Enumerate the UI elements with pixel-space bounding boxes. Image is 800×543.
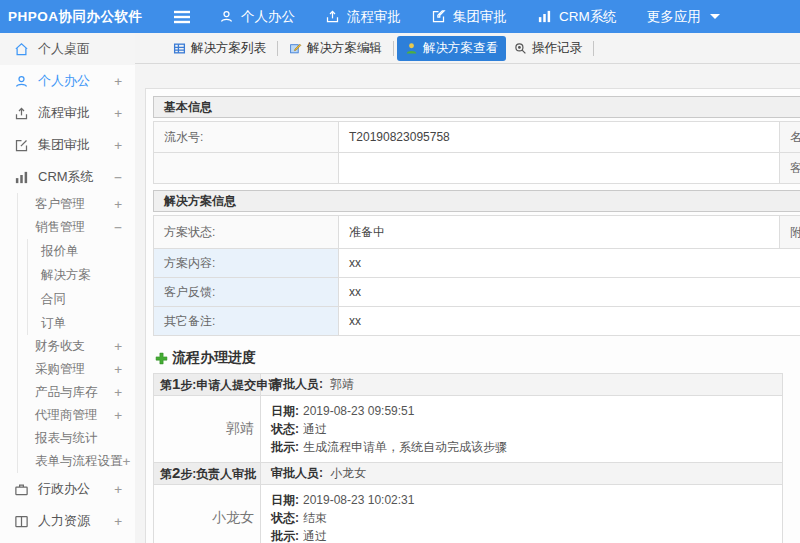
topnav-more-apps[interactable]: 更多应用: [647, 8, 720, 26]
step-date-line: 日期:2019-08-23 09:59:51: [271, 402, 772, 420]
approver-label: 审批人员:: [271, 466, 323, 480]
sidebar-item-admin-office[interactable]: 行政办公 +: [0, 473, 135, 505]
expand-icon[interactable]: +: [114, 339, 122, 354]
expand-icon[interactable]: +: [114, 74, 122, 89]
tab-label: 解决方案列表: [191, 40, 266, 57]
sidebar-item-contract[interactable]: 合同: [28, 287, 135, 311]
sidebar-item-group-approval[interactable]: 集团审批 +: [0, 129, 135, 161]
step-approver: 审批人员: 小龙女: [261, 463, 783, 485]
field-label: 客户: [780, 153, 800, 184]
sidebar-item-quotation[interactable]: 报价单: [28, 239, 135, 263]
sidebar-item-solution[interactable]: 解决方案: [28, 263, 135, 287]
sidebar-item-order[interactable]: 订单: [28, 311, 135, 335]
progress-section-title: 流程办理进度: [155, 349, 800, 367]
briefcase-icon: [14, 482, 29, 497]
sidebar-item-label: 订单: [41, 315, 122, 332]
expand-icon[interactable]: +: [114, 138, 122, 153]
sidebar-item-products-inventory[interactable]: 产品与库存 +: [18, 381, 135, 404]
topnav-process-approval[interactable]: 流程审批: [325, 8, 401, 26]
tab-label: 解决方案编辑: [307, 40, 382, 57]
sidebar-item-customer-mgmt[interactable]: 客户管理 +: [18, 193, 135, 216]
chart-icon: [537, 9, 552, 24]
main-content: 解决方案列表 解决方案编辑 解决方案查看 操作记录: [135, 33, 800, 543]
tab-solution-view[interactable]: 解决方案查看: [397, 36, 506, 61]
tab-divider: [393, 41, 394, 56]
expand-icon[interactable]: +: [114, 514, 122, 529]
field-label: 方案状态:: [154, 216, 339, 249]
expand-icon[interactable]: +: [114, 362, 122, 377]
sidebar-item-form-flow-settings[interactable]: 表单与流程设置 +: [18, 450, 135, 473]
solution-view-panel: 基本信息 流水号: T20190823095758 名称 客户 解决方案信息 方…: [145, 88, 800, 543]
field-value: xx: [339, 307, 800, 336]
step-detail-row: 郭靖 日期:2019-08-23 09:59:51 状态:通过 批示:生成流程申…: [154, 396, 783, 463]
sidebar-item-crm-system[interactable]: CRM系统 −: [0, 161, 135, 193]
field-label: [154, 153, 339, 184]
sidebar-item-label: CRM系统: [38, 168, 114, 186]
top-navigation: 个人办公 流程审批 集团审批 CRM系统 更多应用: [219, 8, 750, 26]
sidebar-item-purchasing[interactable]: 采购管理 +: [18, 358, 135, 381]
expand-icon[interactable]: +: [114, 106, 122, 121]
flow-icon: [325, 9, 340, 24]
caret-down-icon: [710, 13, 720, 20]
sidebar-item-process-approval[interactable]: 流程审批 +: [0, 97, 135, 129]
user-icon: [219, 9, 234, 24]
hamburger-menu-icon[interactable]: [173, 10, 191, 24]
collapse-icon[interactable]: −: [114, 170, 122, 185]
sidebar-item-finance[interactable]: 财务收支 +: [18, 335, 135, 358]
section-header-basic-info: 基本信息: [153, 96, 800, 118]
expand-icon[interactable]: +: [114, 408, 122, 423]
topnav-personal-office[interactable]: 个人办公: [219, 8, 295, 26]
approver-name: 小龙女: [330, 466, 366, 480]
expand-icon[interactable]: +: [114, 197, 122, 212]
tab-solution-list[interactable]: 解决方案列表: [165, 36, 274, 61]
step-detail: 日期:2019-08-23 10:02:31 状态:结束 批示:通过: [261, 485, 783, 543]
approver-label: 审批人员:: [271, 377, 323, 391]
topnav-group-approval[interactable]: 集团审批: [431, 8, 507, 26]
section-header-solution-info: 解决方案信息: [153, 190, 800, 212]
nav-label: CRM系统: [559, 8, 617, 26]
table-row: 客户反馈: xx: [154, 278, 800, 307]
table-row: 方案内容: xx: [154, 249, 800, 278]
expand-icon[interactable]: +: [114, 385, 122, 400]
person-icon: [405, 42, 418, 55]
plus-icon: [155, 352, 168, 365]
app-logo[interactable]: PHPOA协同办公软件: [0, 8, 135, 26]
tab-operation-log[interactable]: 操作记录: [506, 36, 590, 61]
field-label: 其它备注:: [154, 307, 339, 336]
expand-icon[interactable]: +: [114, 482, 122, 497]
step-approver: 审批人员: 郭靖: [261, 374, 783, 396]
sidebar-item-personal-office[interactable]: 个人办公 +: [0, 65, 135, 97]
approver-signature: 郭靖: [154, 396, 261, 463]
nav-label: 集团审批: [453, 8, 507, 26]
tab-divider: [593, 41, 594, 56]
field-value: xx: [339, 278, 800, 307]
step-status-line: 状态:结束: [271, 509, 772, 527]
tab-divider: [277, 41, 278, 56]
sidebar-item-sales-mgmt[interactable]: 销售管理 −: [18, 216, 135, 239]
nav-label: 流程审批: [347, 8, 401, 26]
tab-label: 解决方案查看: [423, 40, 498, 57]
sidebar-item-hr[interactable]: 人力资源 +: [0, 505, 135, 537]
sidebar-item-label: 客户管理: [35, 196, 114, 213]
book-icon: [14, 514, 29, 529]
sales-submenu: 报价单 解决方案 合同 订单: [27, 239, 135, 335]
sidebar-item-desktop[interactable]: 个人桌面: [0, 33, 135, 65]
topnav-crm-system[interactable]: CRM系统: [537, 8, 617, 26]
sidebar-item-agent-mgmt[interactable]: 代理商管理 +: [18, 404, 135, 427]
table-row: 客户: [154, 153, 800, 184]
step-header-row: 第1步:申请人提交申请 审批人员: 郭靖: [154, 374, 783, 396]
user-icon: [14, 74, 29, 89]
edit-icon: [14, 138, 29, 153]
expand-icon[interactable]: +: [123, 454, 131, 469]
progress-table: 第1步:申请人提交申请 审批人员: 郭靖 郭靖 日期:2019-08-23 09…: [153, 373, 783, 543]
approver-name: 郭靖: [330, 377, 354, 391]
field-label: 流水号:: [154, 122, 339, 153]
collapse-icon[interactable]: −: [114, 220, 122, 235]
tab-solution-edit[interactable]: 解决方案编辑: [281, 36, 390, 61]
crm-submenu: 客户管理 + 销售管理 − 报价单 解决方案 合同 订单: [17, 193, 135, 473]
basic-info-table: 流水号: T20190823095758 名称 客户: [153, 121, 800, 184]
sidebar-item-reports-stats[interactable]: 报表与统计: [18, 427, 135, 450]
edit-note-icon: [289, 42, 302, 55]
sidebar-item-label: 产品与库存: [35, 384, 114, 401]
tab-label: 操作记录: [532, 40, 582, 57]
